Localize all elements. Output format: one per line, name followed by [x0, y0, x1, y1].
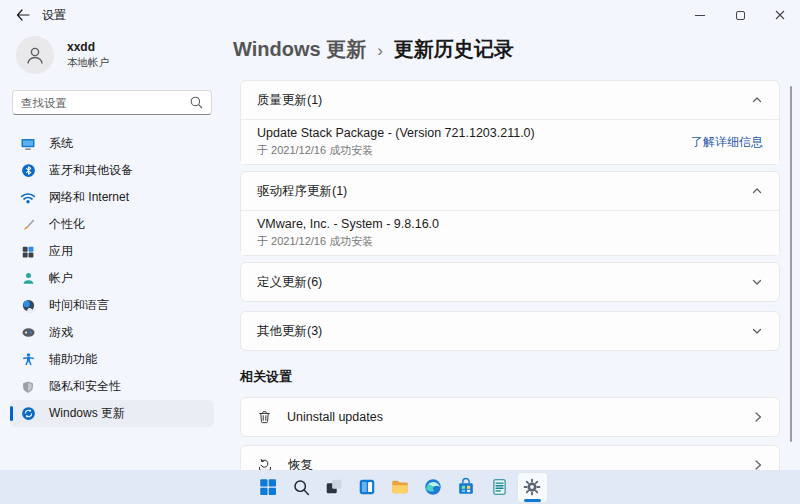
- accounts-icon: [20, 271, 36, 287]
- chevron-down-icon: [751, 276, 763, 288]
- avatar: [16, 36, 54, 74]
- time-language-icon: [20, 298, 36, 314]
- quality-updates-label: 质量更新(1): [257, 92, 322, 109]
- maximize-button[interactable]: [720, 0, 760, 30]
- update-title: VMware, Inc. - System - 9.8.16.0: [257, 217, 439, 231]
- task-view-icon: [324, 477, 344, 497]
- profile[interactable]: xxdd 本地帐户: [10, 32, 214, 88]
- journal-icon: [490, 477, 509, 497]
- trash-icon: [257, 409, 272, 425]
- sidebar: xxdd 本地帐户 系统 蓝牙和其他设备 网络和 Internet: [0, 30, 226, 427]
- driver-updates-label: 驱动程序更新(1): [257, 183, 347, 200]
- sidebar-item-windows-update[interactable]: Windows 更新: [10, 400, 214, 427]
- file-explorer-button[interactable]: [386, 473, 415, 502]
- back-button[interactable]: [14, 6, 32, 24]
- sidebar-item-system[interactable]: 系统: [10, 130, 214, 157]
- network-icon: [20, 190, 36, 206]
- sidebar-item-gaming[interactable]: 游戏: [10, 319, 214, 346]
- store-button[interactable]: [452, 473, 481, 502]
- update-title: Update Stack Package - (Version 721.1203…: [257, 126, 535, 140]
- quality-updates-header[interactable]: 质量更新(1): [241, 81, 779, 119]
- bluetooth-icon: [20, 163, 36, 179]
- sidebar-item-label: Windows 更新: [49, 405, 125, 422]
- search-input[interactable]: [21, 97, 190, 109]
- search-icon: [292, 478, 311, 497]
- sidebar-item-label: 帐户: [49, 270, 73, 287]
- sidebar-item-label: 个性化: [49, 216, 85, 233]
- update-status: 于 2021/12/16 成功安装: [257, 143, 535, 158]
- chevron-down-icon: [751, 325, 763, 337]
- titlebar: 设置: [0, 0, 800, 30]
- windows-update-icon: [20, 406, 36, 422]
- windows-start-icon: [258, 477, 278, 497]
- sidebar-item-time-language[interactable]: 时间和语言: [10, 292, 214, 319]
- taskbar-search-button[interactable]: [287, 473, 316, 502]
- sidebar-item-label: 辅助功能: [49, 351, 97, 368]
- minimize-icon: [695, 15, 705, 16]
- window-controls: [680, 0, 800, 30]
- chevron-up-icon: [751, 185, 763, 197]
- chevron-up-icon: [751, 94, 763, 106]
- personalization-icon: [20, 217, 36, 233]
- sidebar-item-label: 系统: [49, 135, 73, 152]
- quality-updates-group: 质量更新(1) Update Stack Package - (Version …: [240, 80, 780, 165]
- driver-updates-group: 驱动程序更新(1) VMware, Inc. - System - 9.8.16…: [240, 171, 780, 256]
- search-box[interactable]: [12, 90, 212, 115]
- sidebar-item-privacy[interactable]: 隐私和安全性: [10, 373, 214, 400]
- driver-updates-header[interactable]: 驱动程序更新(1): [241, 172, 779, 210]
- sidebar-item-bluetooth[interactable]: 蓝牙和其他设备: [10, 157, 214, 184]
- definition-updates-group: 定义更新(6): [240, 262, 780, 302]
- update-row-driver: VMware, Inc. - System - 9.8.16.0 于 2021/…: [241, 210, 779, 255]
- close-button[interactable]: [760, 0, 800, 30]
- sidebar-item-label: 网络和 Internet: [49, 189, 129, 206]
- other-updates-label: 其他更新(3): [257, 323, 322, 340]
- uninstall-updates-label: Uninstall updates: [287, 410, 383, 424]
- sidebar-item-label: 时间和语言: [49, 297, 109, 314]
- start-button[interactable]: [254, 473, 283, 502]
- gaming-icon: [20, 325, 36, 341]
- sidebar-item-network[interactable]: 网络和 Internet: [10, 184, 214, 211]
- update-status: 于 2021/12/16 成功安装: [257, 234, 439, 249]
- sidebar-nav: 系统 蓝牙和其他设备 网络和 Internet 个性化 应用 帐户: [10, 130, 214, 427]
- page-title-breadcrumb: Windows 更新 › 更新历史记录: [233, 36, 514, 63]
- apps-icon: [20, 244, 36, 260]
- learn-more-link[interactable]: 了解详细信息: [691, 134, 763, 151]
- back-arrow-icon: [16, 9, 30, 21]
- definition-updates-header[interactable]: 定义更新(6): [241, 263, 779, 301]
- widgets-button[interactable]: [353, 473, 382, 502]
- sidebar-item-personalization[interactable]: 个性化: [10, 211, 214, 238]
- update-history-content: 质量更新(1) Update Stack Package - (Version …: [240, 80, 780, 493]
- edge-button[interactable]: [419, 473, 448, 502]
- sidebar-item-accounts[interactable]: 帐户: [10, 265, 214, 292]
- minimize-button[interactable]: [680, 0, 720, 30]
- other-updates-header[interactable]: 其他更新(3): [241, 312, 779, 350]
- person-icon: [24, 44, 46, 66]
- related-settings-heading: 相关设置: [240, 368, 780, 386]
- uninstall-updates-button[interactable]: Uninstall updates: [240, 397, 780, 437]
- definition-updates-label: 定义更新(6): [257, 274, 322, 291]
- settings-window: 设置 xxdd 本地帐户 系统: [0, 0, 800, 504]
- sidebar-item-label: 应用: [49, 243, 73, 260]
- task-view-button[interactable]: [320, 473, 349, 502]
- search-icon: [190, 96, 203, 109]
- widgets-icon: [357, 477, 377, 497]
- breadcrumb-separator: ›: [377, 39, 383, 61]
- update-row-quality: Update Stack Package - (Version 721.1203…: [241, 119, 779, 164]
- sidebar-item-accessibility[interactable]: 辅助功能: [10, 346, 214, 373]
- profile-type: 本地帐户: [67, 56, 109, 70]
- chevron-right-icon: [753, 411, 763, 423]
- taskbar: [0, 470, 800, 504]
- edge-icon: [423, 477, 443, 497]
- breadcrumb-root[interactable]: Windows 更新: [233, 36, 366, 63]
- accessibility-icon: [20, 352, 36, 368]
- breadcrumb-current: 更新历史记录: [394, 36, 514, 63]
- microsoft-store-icon: [456, 477, 476, 497]
- sidebar-item-apps[interactable]: 应用: [10, 238, 214, 265]
- gear-icon: [522, 477, 542, 497]
- journal-button[interactable]: [485, 473, 514, 502]
- system-icon: [20, 136, 36, 152]
- vertical-scrollbar[interactable]: [790, 86, 792, 442]
- sidebar-item-label: 蓝牙和其他设备: [49, 162, 133, 179]
- settings-taskbar-button[interactable]: [518, 473, 547, 502]
- close-icon: [775, 10, 785, 20]
